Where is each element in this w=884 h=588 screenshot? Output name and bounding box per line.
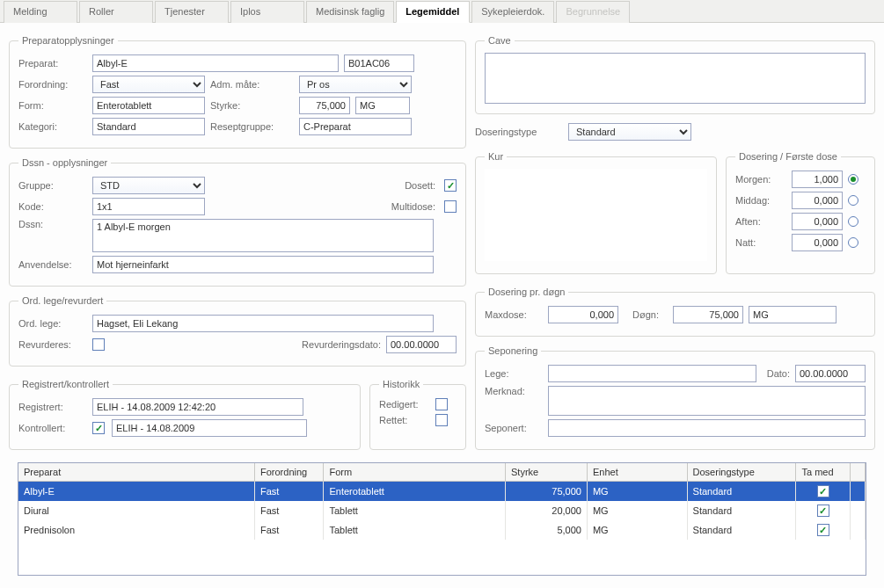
group-registrert: Registrert/kontrollert Registrert: Kontr…	[9, 379, 361, 450]
tamed-checkbox[interactable]	[817, 505, 829, 517]
sep-merknad-input[interactable]	[548, 386, 866, 416]
sep-lege-input[interactable]	[548, 365, 756, 382]
label-anvendelse: Anvendelse:	[18, 259, 87, 270]
label-middag: Middag:	[735, 195, 786, 206]
maxdose-input[interactable]	[548, 306, 618, 323]
tab-sykepleier[interactable]: Sykepleierdok.	[471, 1, 554, 23]
col-tamed[interactable]: Ta med	[796, 463, 851, 482]
group-dssn: Dssn - opplysninger Gruppe: STD Dosett: …	[9, 157, 466, 287]
dogn-unit[interactable]	[749, 306, 837, 323]
tab-iplos[interactable]: Iplos	[230, 1, 304, 23]
label-seponert: Seponert:	[485, 423, 543, 433]
preparat-input[interactable]	[92, 54, 339, 72]
cave-text[interactable]	[485, 53, 866, 104]
dssn-text[interactable]	[92, 219, 434, 252]
label-sep-lege: Lege:	[485, 368, 543, 379]
table-row[interactable]: DiuralFastTablett20,000MGStandard	[18, 501, 866, 520]
col-preparat[interactable]: Preparat	[18, 463, 255, 482]
seponert-input[interactable]	[548, 419, 866, 437]
styrke-unit[interactable]	[355, 97, 410, 114]
rettet-checkbox[interactable]	[435, 414, 448, 426]
styrke-input[interactable]	[299, 97, 350, 114]
redigert-checkbox[interactable]	[435, 398, 448, 410]
group-dosering: Dosering / Første dose Morgen: Middag: A…	[726, 151, 875, 274]
legend-ordlege: Ord. lege/revurdert	[18, 295, 106, 306]
middag-radio[interactable]	[848, 195, 858, 206]
preparat-table: Preparat Forordning Form Styrke Enhet Do…	[18, 462, 866, 576]
label-styrke: Styrke:	[210, 100, 294, 111]
multidose-checkbox[interactable]	[444, 200, 457, 213]
atc-input[interactable]	[344, 54, 414, 72]
forordning-select[interactable]: Fast	[92, 76, 205, 93]
group-historikk: Historikk Redigert: Rettet:	[369, 379, 466, 450]
legend-kur: Kur	[485, 151, 507, 162]
col-form[interactable]: Form	[324, 463, 506, 482]
label-revurderes: Revurderes:	[18, 339, 87, 350]
tab-legemiddel[interactable]: Legemiddel	[396, 1, 470, 23]
kur-text	[485, 169, 707, 261]
label-rettet: Rettet:	[379, 415, 430, 425]
tab-tjenester[interactable]: Tjenester	[155, 1, 229, 23]
ordlege-input[interactable]	[92, 315, 434, 332]
kontrollert-input[interactable]	[112, 419, 307, 437]
label-adm: Adm. måte:	[210, 79, 294, 90]
tab-begrunnelse: Begrunnelse	[556, 1, 630, 23]
registrert-input[interactable]	[92, 398, 303, 416]
label-morgen: Morgen:	[735, 174, 786, 185]
natt-input[interactable]	[792, 234, 843, 251]
resept-input[interactable]	[299, 118, 412, 135]
natt-radio[interactable]	[848, 237, 858, 248]
aften-input[interactable]	[792, 213, 843, 230]
group-cave: Cave	[475, 35, 875, 114]
kategori-input[interactable]	[92, 118, 205, 135]
label-dostype: Doseringstype	[475, 127, 563, 137]
label-resept: Reseptgruppe:	[210, 121, 294, 132]
label-redigert: Redigert:	[379, 399, 430, 410]
gruppe-select[interactable]: STD	[92, 177, 205, 194]
label-kode: Kode:	[18, 201, 87, 212]
label-maxdose: Maxdose:	[485, 309, 543, 320]
col-enhet[interactable]: Enhet	[587, 463, 687, 482]
label-natt: Natt:	[735, 237, 786, 248]
form-input[interactable]	[92, 97, 205, 114]
label-kontrollert: Kontrollert:	[18, 423, 87, 433]
tab-roller[interactable]: Roller	[79, 1, 153, 23]
legend-preparat: Preparatopplysninger	[18, 35, 118, 46]
col-forordning[interactable]: Forordning	[255, 463, 324, 482]
tab-melding[interactable]: Melding	[4, 1, 77, 23]
label-dogn: Døgn:	[632, 309, 668, 320]
col-styrke[interactable]: Styrke	[506, 463, 588, 482]
revdato-input[interactable]	[386, 336, 457, 353]
col-dostype[interactable]: Doseringstype	[687, 463, 796, 482]
table-row[interactable]: Albyl-EFastEnterotablett75,000MGStandard	[18, 482, 866, 502]
label-registrert: Registrert:	[18, 402, 87, 412]
group-preparat: Preparatopplysninger Preparat: Forordnin…	[9, 35, 466, 149]
label-gruppe: Gruppe:	[18, 180, 87, 191]
tab-medisinsk[interactable]: Medisinsk faglig	[306, 1, 394, 23]
morgen-input[interactable]	[792, 171, 843, 188]
label-sep-dato: Dato:	[767, 368, 790, 379]
dostype-select[interactable]: Standard	[568, 123, 691, 141]
tamed-checkbox[interactable]	[817, 524, 829, 536]
label-ordlege: Ord. lege:	[18, 318, 87, 329]
middag-input[interactable]	[792, 192, 843, 209]
sep-dato-input[interactable]	[795, 365, 866, 382]
label-dssn-text: Dssn:	[18, 219, 87, 229]
table-row[interactable]: PrednisolonFastTablett5,000MGStandard	[18, 520, 866, 540]
anvendelse-input[interactable]	[92, 256, 434, 273]
label-kategori: Kategori:	[18, 121, 87, 132]
kode-input[interactable]	[92, 198, 205, 215]
dosett-checkbox[interactable]	[444, 179, 457, 192]
legend-registrert: Registrert/kontrollert	[18, 379, 113, 389]
morgen-radio[interactable]	[848, 174, 858, 185]
aften-radio[interactable]	[848, 216, 858, 227]
label-preparat: Preparat:	[18, 58, 87, 69]
label-form: Form:	[18, 100, 87, 111]
adm-select[interactable]: Pr os	[299, 76, 412, 93]
dogn-input[interactable]	[673, 306, 743, 323]
revurderes-checkbox[interactable]	[92, 338, 105, 351]
kontrollert-checkbox[interactable]	[92, 422, 105, 434]
tamed-checkbox[interactable]	[817, 485, 829, 497]
legend-cave: Cave	[485, 35, 515, 46]
label-multidose: Multidose:	[391, 201, 435, 212]
